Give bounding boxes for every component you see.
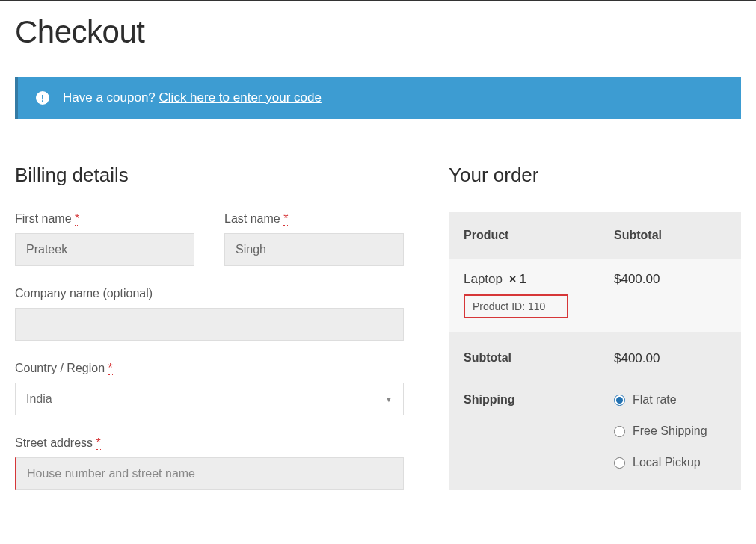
product-id-badge: Product ID: 110 [464, 294, 568, 318]
coupon-link[interactable]: Click here to enter your code [159, 90, 322, 105]
coupon-banner: ! Have a coupon? Click here to enter you… [15, 77, 741, 119]
billing-heading: Billing details [15, 164, 404, 187]
required-mark: * [75, 212, 79, 226]
shipping-option-flat[interactable]: Flat rate [614, 393, 726, 407]
coupon-prompt: Have a coupon? [63, 90, 159, 105]
order-heading: Your order [449, 164, 741, 187]
shipping-radio-local[interactable] [614, 457, 625, 469]
shipping-option-label: Free Shipping [633, 424, 707, 438]
country-label: Country / Region * [15, 362, 404, 375]
country-value: India [26, 392, 52, 406]
required-mark: * [283, 212, 288, 226]
shipping-option-free[interactable]: Free Shipping [614, 424, 726, 438]
shipping-radio-flat[interactable] [614, 395, 625, 406]
required-mark: * [108, 362, 113, 375]
first-name-label: First name * [15, 212, 194, 226]
company-label: Company name (optional) [15, 287, 404, 300]
shipping-label: Shipping [464, 393, 614, 477]
company-input[interactable] [15, 308, 404, 341]
shipping-radio-free[interactable] [614, 426, 625, 437]
subtotal-value: $400.00 [614, 351, 726, 366]
shipping-option-local[interactable]: Local Pickup [614, 456, 726, 469]
street-input[interactable] [15, 457, 404, 490]
page-title: Checkout [15, 14, 741, 50]
last-name-input[interactable] [224, 233, 404, 266]
product-price: $400.00 [614, 272, 726, 287]
country-select[interactable]: India ▼ [15, 383, 404, 415]
required-mark: * [96, 436, 101, 450]
order-item-row: Laptop × 1 Product ID: 110 $400.00 [449, 259, 741, 332]
street-label: Street address * [15, 436, 404, 450]
order-summary: Product Subtotal Laptop × 1 Product ID: … [449, 212, 741, 490]
col-subtotal-header: Subtotal [614, 229, 726, 242]
subtotal-label: Subtotal [464, 351, 614, 366]
chevron-down-icon: ▼ [385, 395, 393, 404]
col-product-header: Product [464, 229, 614, 242]
product-name: Laptop [464, 272, 503, 286]
last-name-label: Last name * [224, 212, 404, 226]
first-name-input[interactable] [15, 233, 194, 266]
shipping-option-label: Flat rate [633, 393, 677, 407]
shipping-option-label: Local Pickup [633, 456, 701, 469]
coupon-text: Have a coupon? Click here to enter your … [63, 90, 322, 105]
product-qty: × 1 [509, 273, 526, 285]
info-icon: ! [36, 91, 49, 105]
